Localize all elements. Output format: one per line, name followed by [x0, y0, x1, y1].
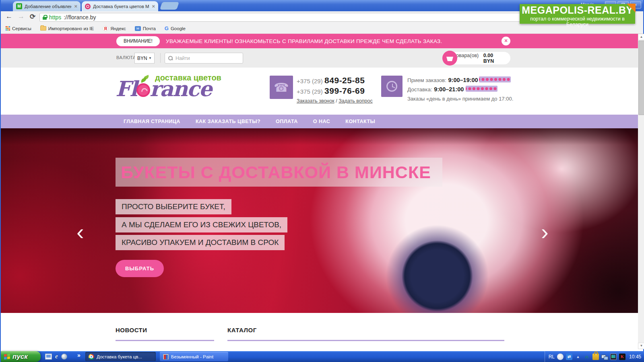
phone-prefix: +375 (29): [297, 88, 323, 95]
taskbar-task-browser[interactable]: Доставка букета цв...: [85, 352, 156, 361]
tab1-close-icon[interactable]: ×: [74, 3, 77, 9]
display-icon[interactable]: [610, 354, 617, 360]
hero-headline-text: БУКЕТЫ С ДОСТАВКОЙ В МИНСКЕ: [121, 162, 431, 182]
hours-line-1: Прием заказов: 9:00–19:00: [407, 76, 478, 84]
notice-badge: ВНИМАНИЕ!: [116, 36, 160, 46]
bookmark-google[interactable]: G Google: [165, 25, 186, 31]
new-tab-button[interactable]: [160, 2, 179, 10]
order-call-link[interactable]: Заказать звонок: [297, 98, 334, 104]
shop-topbar: ВАЛЮТА BYN ▼ 0 товара(ов) - 0.00 BYN: [1, 48, 638, 68]
bookmark-yandex[interactable]: Я Яндекс: [103, 26, 126, 31]
news-section-title: НОВОСТИ: [116, 327, 147, 333]
currency-select[interactable]: BYN ▼: [134, 53, 155, 64]
taskbar: пуск e » Доставка букета цв... Безымянны…: [1, 351, 644, 362]
hours-label: Прием заказов:: [407, 77, 446, 83]
nav-payment[interactable]: ОПЛАТА: [276, 119, 298, 124]
chrome-icon: [89, 354, 94, 360]
hero-subtitle-3: КРАСИВО УПАКУЕМ И ДОСТАВИМ В СРОК: [116, 235, 285, 250]
forward-button[interactable]: →: [18, 12, 25, 21]
nav-contacts[interactable]: КОНТАКТЫ: [345, 119, 375, 124]
show-hidden-icons[interactable]: ▲: [575, 354, 581, 360]
url-text: ://florance.by: [64, 14, 96, 21]
notice-close-icon[interactable]: ×: [502, 37, 510, 45]
language-indicator[interactable]: RL: [549, 354, 555, 360]
mail-icon: ✉: [135, 26, 141, 31]
browser-tab-2[interactable]: Доставка букета цветов М ×: [82, 1, 158, 11]
yandex-icon: Я: [103, 26, 108, 31]
nav-about[interactable]: О НАС: [313, 119, 330, 124]
hours-label: Доставка:: [407, 86, 432, 93]
bookmark-label: Google: [171, 26, 186, 31]
hours-line-2: Доставка: 9:00–21:00: [407, 86, 464, 93]
url-scheme: https: [49, 14, 61, 21]
https-lock-icon: [43, 15, 47, 20]
slider-prev-arrow[interactable]: ‹: [76, 221, 84, 243]
decor-dots-bar: [479, 76, 511, 82]
ask-question-link[interactable]: Задать вопрос: [339, 98, 373, 104]
internet-explorer-icon[interactable]: e: [55, 353, 58, 360]
nav-how-to-order[interactable]: КАК ЗАКАЗАТЬ ЦВЕТЫ?: [196, 119, 260, 124]
banner-title: MEGAPOLIS-REAL.BY: [520, 4, 635, 16]
folder-icon: [40, 26, 46, 31]
paint-icon: [163, 354, 169, 360]
cart-button[interactable]: [442, 51, 457, 66]
hero-slider: БУКЕТЫ С ДОСТАВКОЙ В МИНСКЕ ПРОСТО ВЫБЕР…: [1, 128, 638, 313]
link-separator: /: [336, 98, 337, 104]
page-scrollbar[interactable]: ▲ ▼: [638, 34, 644, 349]
notice-bar: ВНИМАНИЕ! УВАЖАЕМЫЕ КЛИЕНТЫ! ОЗНАКОМЬТЕС…: [1, 34, 638, 48]
bookmark-label: Импортировано из IE: [48, 26, 94, 31]
scrollbar-thumb[interactable]: [638, 41, 644, 115]
task-title: Безымянный - Paint: [171, 354, 213, 359]
security-lock-icon[interactable]: [592, 354, 599, 360]
site-logo[interactable]: Flrance: [116, 76, 211, 101]
divider: [160, 53, 161, 63]
bookmark-mail[interactable]: ✉ Почта: [135, 26, 156, 31]
phone-prefix: +375 (29): [297, 78, 323, 84]
browser-tab-1[interactable]: M Добавление объявления (г ×: [13, 1, 80, 11]
taskbar-task-paint[interactable]: Безымянный - Paint: [160, 352, 228, 361]
quick-launch-icon[interactable]: [61, 354, 67, 360]
start-button[interactable]: пуск: [1, 351, 41, 362]
choose-bouquet-button[interactable]: ВЫБРАТЬ: [116, 260, 164, 277]
clock-time[interactable]: 10:45: [629, 354, 641, 360]
apps-grid-icon: [6, 26, 10, 31]
hours-time: 9:00–21:00: [434, 86, 464, 93]
windows-flag-icon: [4, 354, 10, 360]
lower-sections: НОВОСТИ КАТАЛОГ: [1, 313, 638, 351]
tab2-close-icon[interactable]: ×: [152, 3, 155, 9]
bookmark-services[interactable]: Сервисы: [6, 26, 31, 31]
currency-value: BYN: [137, 56, 147, 61]
teamviewer-icon[interactable]: ⇄: [566, 354, 572, 360]
show-desktop-icon[interactable]: [45, 354, 52, 360]
search-icon: [168, 56, 173, 60]
scroll-down-icon[interactable]: ▼: [638, 343, 644, 349]
cart-summary[interactable]: 0 товара(ов) - 0.00 BYN: [450, 52, 510, 64]
slider-next-arrow[interactable]: ›: [541, 221, 549, 243]
tray-history-icon[interactable]: [557, 354, 564, 360]
megapolis-ad-banner[interactable]: MEGAPOLIS-REAL.BY портал о коммерческой …: [520, 4, 635, 24]
logo-part2: rance: [150, 76, 212, 101]
page-content: ВНИМАНИЕ! УВАЖАЕМЫЕ КЛИЕНТЫ! ОЗНАКОМЬТЕС…: [1, 34, 638, 351]
google-icon: G: [165, 25, 169, 31]
search-input[interactable]: [175, 56, 232, 61]
scroll-up-icon[interactable]: ▲: [638, 34, 644, 40]
cart-total: 0.00 BYN: [483, 53, 505, 64]
quick-launch: e: [45, 353, 67, 360]
tab1-title: Добавление объявления (г: [25, 4, 72, 9]
kaspersky-icon[interactable]: K: [619, 354, 625, 360]
clock-icon: [381, 76, 402, 97]
catalog-underline: [227, 340, 504, 341]
back-button[interactable]: ←: [6, 12, 12, 21]
nav-home[interactable]: ГЛАВНАЯ СТРАНИЦА: [124, 119, 180, 124]
hero-subtitle-2: А МЫ СДЕЛАЕМ ЕГО ИЗ СВЕЖИХ ЦВЕТОВ,: [116, 217, 287, 232]
search-box[interactable]: [165, 53, 243, 64]
bookmark-imported-ie[interactable]: Импортировано из IE: [40, 26, 94, 31]
hero-subtitle-1: ПРОСТО ВЫБЕРИТЕ БУКЕТ,: [116, 199, 231, 214]
reload-button[interactable]: ⟳: [30, 12, 35, 21]
networx-icon[interactable]: ∩: [584, 354, 590, 360]
tab2-favicon-icon: [85, 4, 91, 9]
network-icon[interactable]: [601, 354, 608, 360]
system-tray: RL ⇄ ▲ ∩ K 10:45: [545, 351, 644, 362]
quick-launch-overflow-icon[interactable]: »: [77, 352, 80, 358]
currency-label: ВАЛЮТА: [116, 55, 136, 60]
